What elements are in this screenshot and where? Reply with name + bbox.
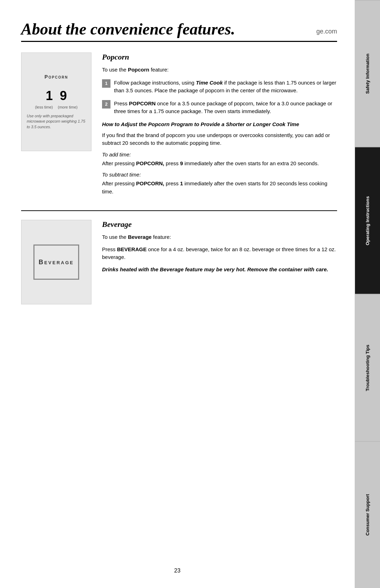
beverage-warning: Drinks heated with the Beverage feature …	[102, 266, 337, 274]
popcorn-text: Popcorn To use the Popcorn feature: 1 Fo…	[102, 52, 337, 200]
beverage-intro: To use the Beverage feature:	[102, 233, 337, 241]
step-number-2: 2	[102, 100, 110, 109]
troubleshooting-tab-label: Troubleshooting Tips	[365, 345, 370, 391]
step-1-text: Follow package instructions, using Time …	[114, 79, 337, 95]
beverage-text: Beverage To use the Beverage feature: Pr…	[102, 220, 337, 304]
popcorn-section: Popcorn 1 9 (less time) (more time) Use …	[21, 52, 337, 200]
beverage-image-label: Beverage	[39, 259, 74, 266]
key-1: 1	[46, 88, 53, 103]
adjust-heading: How to Adjust the Popcorn Program to Pro…	[102, 120, 337, 128]
page-header: About the convenience features. ge.com	[21, 21, 337, 42]
safety-tab-label: Safety Information	[365, 54, 370, 94]
keypad-labels: (less time) (more time)	[35, 105, 78, 109]
beverage-heading: Beverage	[102, 220, 337, 229]
sidebar-tab-operating[interactable]: Operating Instructions	[355, 147, 380, 294]
step-2-text: Press POPCORN once for a 3.5 ounce packa…	[114, 100, 337, 116]
popcorn-image-panel: Popcorn 1 9 (less time) (more time) Use …	[21, 52, 91, 151]
beverage-box: Beverage	[33, 245, 79, 280]
subtract-time-text: After pressing POPCORN, press 1 immediat…	[102, 180, 337, 196]
adjust-body: If you find that the brand of popcorn yo…	[102, 131, 337, 147]
page-title: About the convenience features.	[21, 21, 235, 37]
less-time-label: (less time)	[35, 105, 53, 109]
subtract-time-label: To subtract time:	[102, 172, 337, 178]
step-number-1: 1	[102, 79, 110, 88]
beverage-image-panel: Beverage	[21, 220, 91, 304]
section-divider	[21, 210, 337, 211]
add-time-label: To add time:	[102, 151, 337, 157]
add-time-text: After pressing POPCORN, press 9 immediat…	[102, 160, 337, 168]
popcorn-heading: Popcorn	[102, 52, 337, 62]
popcorn-image-label: Popcorn	[44, 74, 68, 80]
key-9: 9	[60, 88, 67, 103]
website-label: ge.com	[316, 28, 337, 37]
popcorn-step-1: 1 Follow package instructions, using Tim…	[102, 79, 337, 95]
right-sidebar: Safety Information Operating Instruction…	[355, 0, 380, 588]
sidebar-tab-safety[interactable]: Safety Information	[355, 0, 380, 147]
page-container: About the convenience features. ge.com P…	[0, 0, 380, 588]
beverage-section: Beverage Beverage To use the Beverage fe…	[21, 220, 337, 304]
popcorn-step-2: 2 Press POPCORN once for a 3.5 ounce pac…	[102, 100, 337, 116]
keypad-row: 1 9	[46, 88, 67, 103]
main-content: About the convenience features. ge.com P…	[0, 0, 355, 588]
page-number: 23	[174, 568, 180, 574]
operating-tab-label: Operating Instructions	[365, 196, 370, 245]
popcorn-caption: Use only with prepackaged microwave popc…	[27, 113, 86, 130]
popcorn-intro: To use the Popcorn feature:	[102, 66, 337, 74]
consumer-tab-label: Consumer Support	[365, 494, 370, 536]
sidebar-tab-troubleshooting[interactable]: Troubleshooting Tips	[355, 294, 380, 441]
more-time-label: (more time)	[58, 105, 77, 109]
sidebar-tab-consumer[interactable]: Consumer Support	[355, 441, 380, 588]
beverage-body: Press BEVERAGE once for a 4 oz. beverage…	[102, 246, 337, 261]
